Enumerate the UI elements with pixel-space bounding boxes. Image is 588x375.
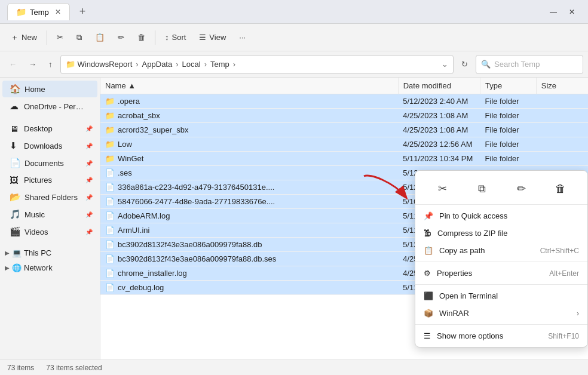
new-button[interactable]: ＋ New bbox=[5, 29, 43, 47]
col-header-date[interactable]: Date modified bbox=[398, 78, 480, 94]
address-box[interactable]: 📁 WindowsReport › AppData › Local › Temp… bbox=[60, 55, 454, 74]
ctx-compress-item[interactable]: 🗜 Compress to ZIP file bbox=[415, 225, 587, 242]
file-icon: 📄 bbox=[105, 283, 115, 292]
sidebar-item-onedrive[interactable]: ☁ OneDrive - Persona bbox=[2, 98, 97, 115]
refresh-button[interactable]: ↻ bbox=[457, 57, 472, 72]
search-box[interactable]: 🔍 Search Temp bbox=[476, 55, 583, 74]
new-tab-button[interactable]: + bbox=[75, 4, 91, 19]
sidebar-item-desktop[interactable]: 🖥 Desktop 📌 bbox=[2, 121, 97, 137]
sidebar-item-shared[interactable]: 📂 Shared Folders 📌 bbox=[2, 189, 97, 205]
col-header-type[interactable]: Type bbox=[480, 78, 536, 94]
sidebar-item-music[interactable]: 🎵 Music 📌 bbox=[2, 206, 97, 223]
file-date-cell: 5/11/2023 10:34 PM bbox=[398, 152, 480, 166]
address-dropdown-icon[interactable]: ⌄ bbox=[442, 60, 448, 69]
breadcrumb-appdata[interactable]: AppData bbox=[142, 60, 173, 69]
file-size-cell bbox=[536, 109, 588, 123]
breadcrumb-local[interactable]: Local bbox=[182, 60, 201, 69]
close-button[interactable]: ✕ bbox=[563, 5, 581, 19]
paste-button[interactable]: 📋 bbox=[89, 29, 111, 45]
ctx-cut-button[interactable]: ✂ bbox=[431, 178, 453, 199]
ctx-more-label: Show more options bbox=[437, 331, 503, 340]
ctx-terminal-item[interactable]: ⬛ Open in Terminal bbox=[415, 287, 587, 305]
sidebar-onedrive-label: OneDrive - Persona bbox=[24, 102, 84, 111]
file-icon: 📄 bbox=[105, 254, 115, 263]
cut-button[interactable]: ✂ bbox=[51, 29, 69, 45]
col-header-size[interactable]: Size bbox=[536, 78, 588, 94]
col-header-name[interactable]: Name ▲ bbox=[100, 78, 398, 94]
context-menu: ✂ ⧉ ✏ 🗑 📌 Pin to Quick access 🗜 Compress… bbox=[415, 170, 588, 348]
file-name-cell: 📄 336a861a-c223-4d92-a479-31376450131e..… bbox=[100, 180, 398, 195]
sidebar-item-pictures[interactable]: 🖼 Pictures 📌 bbox=[2, 172, 97, 188]
documents-pin-icon: 📌 bbox=[85, 160, 93, 167]
sidebar-item-downloads[interactable]: ⬇ Downloads 📌 bbox=[2, 137, 97, 154]
back-button[interactable]: ← bbox=[5, 57, 21, 72]
paste-icon: 📋 bbox=[95, 33, 105, 42]
file-name: WinGet bbox=[118, 154, 143, 163]
ctx-properties-icon: ⚙ bbox=[424, 269, 431, 278]
file-name: cv_debug.log bbox=[118, 283, 164, 292]
file-name-cell: 📄 bc3902d8132f43e3ae086a009979fa88.db.se… bbox=[100, 252, 398, 266]
ctx-copypath-item[interactable]: 📋 Copy as path Ctrl+Shift+C bbox=[415, 242, 587, 259]
table-row[interactable]: 📁 WinGet 5/11/2023 10:34 PM File folder bbox=[100, 152, 588, 166]
file-name-cell: 📁 acrobat_sbx bbox=[100, 109, 398, 123]
tab-close-button[interactable]: ✕ bbox=[55, 8, 61, 16]
new-label: New bbox=[22, 33, 37, 42]
file-name: .ses bbox=[118, 168, 132, 177]
sidebar-item-home[interactable]: 🏠 Home bbox=[2, 81, 97, 97]
ctx-compress-icon: 🗜 bbox=[424, 229, 431, 238]
breadcrumb-temp[interactable]: Temp bbox=[210, 60, 229, 69]
ctx-rename-button[interactable]: ✏ bbox=[510, 178, 532, 199]
sidebar: 🏠 Home ☁ OneDrive - Persona 🖥 Desktop 📌 … bbox=[0, 78, 100, 359]
new-icon: ＋ bbox=[11, 32, 19, 43]
ctx-delete-button[interactable]: 🗑 bbox=[550, 178, 571, 199]
home-icon: 🏠 bbox=[10, 84, 21, 94]
ctx-pin-item[interactable]: 📌 Pin to Quick access bbox=[415, 207, 587, 225]
file-name-cell: 📄 .ses bbox=[100, 166, 398, 180]
table-row[interactable]: 📁 acrobat_sbx 4/25/2023 1:08 AM File fol… bbox=[100, 109, 588, 123]
active-tab[interactable]: 📁 Temp ✕ bbox=[7, 3, 70, 20]
file-type-cell: File folder bbox=[480, 109, 536, 123]
ctx-properties-item[interactable]: ⚙ Properties Alt+Enter bbox=[415, 265, 587, 282]
file-date-cell: 4/25/2023 1:08 AM bbox=[398, 123, 480, 137]
sort-button[interactable]: ↕ Sort bbox=[159, 29, 192, 45]
rename-icon: ✏ bbox=[118, 33, 124, 42]
file-size-cell bbox=[536, 152, 588, 166]
file-name-cell: 📁 acrord32_super_sbx bbox=[100, 123, 398, 137]
breadcrumb-windowsreport[interactable]: WindowsReport bbox=[78, 60, 133, 69]
ctx-copy-button[interactable]: ⧉ bbox=[471, 178, 492, 199]
this-pc-chevron-icon: ▶ bbox=[5, 250, 10, 256]
table-row[interactable]: 📁 .opera 5/12/2023 2:40 AM File folder bbox=[100, 94, 588, 109]
ctx-terminal-label: Open in Terminal bbox=[439, 291, 498, 300]
ctx-more-options-item[interactable]: ☰ Show more options Shift+F10 bbox=[415, 327, 587, 345]
file-type-cell: File folder bbox=[480, 137, 536, 152]
sidebar-item-videos[interactable]: 🎬 Videos 📌 bbox=[2, 223, 97, 240]
up-button[interactable]: ↑ bbox=[44, 57, 57, 72]
view-icon: ☰ bbox=[199, 33, 206, 42]
sidebar-item-documents[interactable]: 📄 Documents 📌 bbox=[2, 155, 97, 171]
rename-button[interactable]: ✏ bbox=[112, 29, 130, 45]
ctx-more-shortcut: Shift+F10 bbox=[548, 332, 579, 340]
table-row[interactable]: 📁 acrord32_super_sbx 4/25/2023 1:08 AM F… bbox=[100, 123, 588, 137]
ctx-winrar-item[interactable]: 📦 WinRAR › bbox=[415, 305, 587, 322]
ctx-winrar-icon: 📦 bbox=[424, 309, 433, 318]
ctx-terminal-icon: ⬛ bbox=[424, 291, 433, 300]
sidebar-network-header[interactable]: ▶ 🌐 Network bbox=[0, 260, 100, 275]
view-button[interactable]: ☰ View bbox=[193, 29, 232, 45]
toolbar-separator-2 bbox=[155, 30, 155, 45]
shared-icon: 📂 bbox=[10, 192, 21, 202]
ctx-separator-2 bbox=[415, 284, 587, 285]
sidebar-network-icon: 🌐 bbox=[12, 263, 22, 272]
forward-button[interactable]: → bbox=[24, 57, 41, 72]
table-row[interactable]: 📁 Low 4/25/2023 12:56 AM File folder bbox=[100, 137, 588, 152]
sidebar-this-pc-header[interactable]: ▶ 💻 This PC bbox=[0, 245, 100, 260]
title-bar: 📁 Temp ✕ + — ✕ bbox=[0, 0, 588, 24]
copy-button[interactable]: ⧉ bbox=[71, 29, 88, 46]
file-type-cell: File folder bbox=[480, 152, 536, 166]
minimize-button[interactable]: — bbox=[544, 5, 563, 19]
delete-button[interactable]: 🗑 bbox=[131, 29, 151, 45]
ctx-pin-icon: 📌 bbox=[424, 211, 433, 220]
sidebar-videos-label: Videos bbox=[24, 228, 48, 236]
more-button[interactable]: ··· bbox=[233, 29, 252, 45]
videos-pin-icon: 📌 bbox=[85, 229, 93, 235]
file-name: ArmUI.ini bbox=[118, 226, 149, 235]
